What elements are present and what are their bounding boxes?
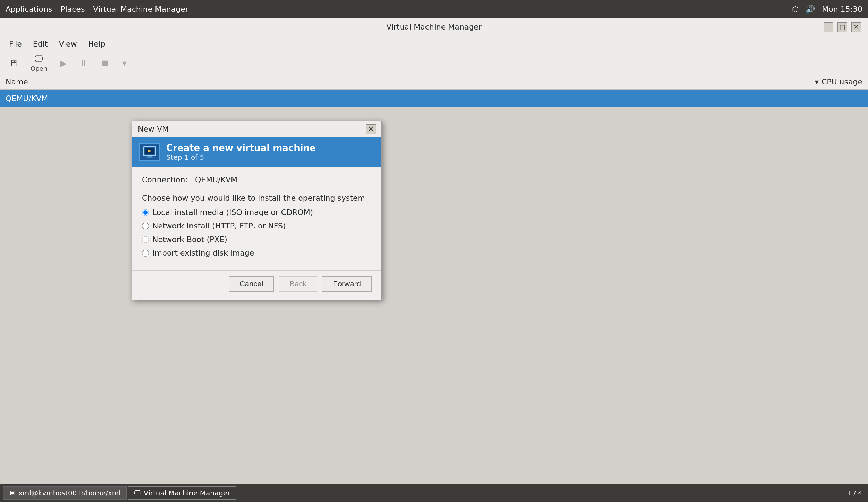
dialog-close-button[interactable]: ✕ — [366, 124, 376, 134]
stop-icon: ⏹ — [101, 58, 110, 68]
network-boot-radio[interactable] — [142, 236, 149, 243]
cancel-button[interactable]: Cancel — [229, 276, 274, 292]
network-boot-option[interactable]: Network Boot (PXE) — [142, 235, 372, 244]
pause-icon: ⏸ — [79, 58, 88, 68]
pause-button[interactable]: ⏸ — [74, 57, 93, 70]
new-vm-button[interactable]: 🖥 — [4, 57, 23, 70]
title-bar-controls: ─ □ ✕ — [824, 22, 861, 32]
cpu-column-header: CPU usage — [821, 77, 862, 86]
taskbar-vm-manager[interactable]: 🖵 Virtual Machine Manager — [128, 486, 236, 500]
volume-icon: 🔊 — [806, 5, 815, 14]
dropdown-icon[interactable]: ▾ — [815, 77, 819, 86]
toolbar: 🖥 🖵 Open ▶ ⏸ ⏹ ▾ — [0, 52, 868, 74]
forward-button[interactable]: Forward — [322, 276, 372, 292]
network-install-label: Network Install (HTTP, FTP, or NFS) — [152, 221, 286, 230]
vm-manager-menu[interactable]: Virtual Machine Manager — [93, 5, 188, 14]
vm-row-name: QEMU/KVM — [6, 94, 48, 103]
dialog-body: Connection: QEMU/KVM Choose how you woul… — [132, 167, 381, 270]
install-prompt: Choose how you would like to install the… — [142, 194, 372, 202]
places-menu[interactable]: Places — [60, 5, 85, 14]
dialog-title-bar: New VM ✕ — [132, 121, 381, 137]
dialog-header-text: Create a new virtual machine Step 1 of 5 — [166, 143, 316, 161]
system-bar-right: ⬡ 🔊 Mon 15:30 — [792, 5, 862, 14]
network-icon: ⬡ — [792, 5, 799, 14]
svg-rect-3 — [148, 156, 152, 157]
back-button[interactable]: Back — [279, 276, 317, 292]
svg-rect-4 — [146, 157, 153, 158]
dialog-title: New VM — [138, 125, 169, 133]
taskbar-terminal-label: xml@kvmhost001:/home/xml — [18, 489, 121, 497]
taskbar: 🖥 xml@kvmhost001:/home/xml 🖵 Virtual Mac… — [0, 484, 868, 502]
dialog-header: Create a new virtual machine Step 1 of 5 — [132, 137, 381, 167]
dialog-step: Step 1 of 5 — [166, 153, 316, 161]
close-window-button[interactable]: ✕ — [851, 22, 861, 32]
vm-header-icon — [139, 143, 160, 161]
menu-file[interactable]: File — [4, 38, 27, 50]
open-label: Open — [31, 65, 47, 72]
taskbar-terminal[interactable]: 🖥 xml@kvmhost001:/home/xml — [3, 486, 127, 500]
terminal-icon: 🖥 — [9, 489, 16, 497]
local-media-radio[interactable] — [142, 209, 149, 216]
network-install-radio[interactable] — [142, 223, 149, 229]
menu-view[interactable]: View — [54, 38, 82, 50]
import-disk-option[interactable]: Import existing disk image — [142, 249, 372, 257]
dialog-overlay: New VM ✕ Create a new virtual machine — [0, 107, 868, 484]
system-bar-left: Applications Places Virtual Machine Mana… — [6, 5, 188, 14]
menu-bar: File Edit View Help — [0, 36, 868, 52]
title-bar: Virtual Machine Manager ─ □ ✕ — [0, 18, 868, 36]
applications-menu[interactable]: Applications — [6, 5, 52, 14]
connection-label: Connection: — [142, 175, 188, 184]
local-media-option[interactable]: Local install media (ISO image or CDROM) — [142, 208, 372, 217]
connection-value: QEMU/KVM — [195, 175, 237, 184]
new-vm-icon: 🖥 — [9, 58, 18, 68]
chevron-down-icon: ▾ — [122, 58, 127, 68]
run-icon: ▶ — [60, 58, 67, 68]
network-install-option[interactable]: Network Install (HTTP, FTP, or NFS) — [142, 221, 372, 230]
page-indicator: 1 / 4 — [847, 489, 865, 497]
vm-list-header: Name ▾ CPU usage — [0, 74, 868, 90]
new-vm-dialog: New VM ✕ Create a new virtual machine — [132, 121, 382, 300]
import-disk-radio[interactable] — [142, 250, 149, 257]
window-title: Virtual Machine Manager — [386, 23, 481, 31]
import-disk-label: Import existing disk image — [152, 249, 254, 257]
vm-list-header-right: ▾ CPU usage — [815, 77, 862, 86]
vm-icon: 🖵 — [134, 489, 141, 497]
network-boot-label: Network Boot (PXE) — [152, 235, 227, 244]
stop-button[interactable]: ⏹ — [96, 57, 115, 70]
system-bar: Applications Places Virtual Machine Mana… — [0, 0, 868, 18]
local-media-label: Local install media (ISO image or CDROM) — [152, 208, 313, 217]
open-button[interactable]: 🖵 Open — [26, 52, 52, 74]
dialog-main-title: Create a new virtual machine — [166, 143, 316, 153]
menu-help[interactable]: Help — [83, 38, 110, 50]
clock: Mon 15:30 — [822, 5, 862, 14]
run-button[interactable]: ▶ — [55, 57, 71, 70]
taskbar-vm-label: Virtual Machine Manager — [144, 489, 230, 497]
minimize-button[interactable]: ─ — [824, 22, 833, 32]
toolbar-dropdown[interactable]: ▾ — [117, 57, 132, 70]
maximize-button[interactable]: □ — [837, 22, 847, 32]
main-content: New VM ✕ Create a new virtual machine — [0, 107, 868, 484]
qemu-kvm-row[interactable]: QEMU/KVM — [0, 90, 868, 107]
dialog-footer: Cancel Back Forward — [132, 270, 381, 300]
menu-edit[interactable]: Edit — [28, 38, 53, 50]
monitor-icon: 🖵 — [34, 54, 43, 64]
connection-line: Connection: QEMU/KVM — [142, 175, 372, 184]
name-column-header: Name — [6, 77, 28, 86]
